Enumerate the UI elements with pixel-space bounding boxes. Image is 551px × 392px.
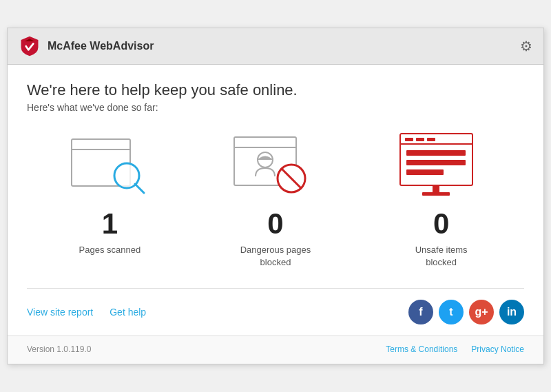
settings-gear-icon[interactable]: ⚙ [520,38,532,54]
pages-scanned-illustration [68,136,151,198]
mcafee-logo-icon [19,35,41,57]
stat-dangerous-blocked: 0 Dangerous pagesblocked [200,132,351,269]
svg-rect-15 [406,160,466,165]
unsafe-blocked-label: Unsafe itemsblocked [415,244,468,269]
pages-scanned-label: Pages scanned [79,244,141,256]
social-icons: f t g+ in [408,300,524,324]
subheadline-text: Here's what we've done so far: [27,102,524,113]
svg-rect-13 [427,138,435,141]
action-row: View site report Get help f t g+ in [27,300,524,336]
google-plus-icon[interactable]: g+ [469,300,494,324]
svg-rect-12 [416,138,424,141]
titlebar-left: McAfee WebAdvisor [19,35,154,57]
twitter-icon[interactable]: t [439,300,464,324]
svg-rect-11 [405,138,413,141]
dangerous-blocked-label: Dangerous pagesblocked [240,244,311,269]
terms-conditions-link[interactable]: Terms & Conditions [386,344,457,354]
app-title: McAfee WebAdvisor [48,40,154,52]
svg-rect-9 [400,134,472,185]
unsafe-blocked-number: 0 [433,209,449,238]
dangerous-blocked-illustration [231,134,320,199]
svg-line-3 [135,184,144,193]
footer-links: Terms & Conditions Privacy Notice [386,344,524,354]
svg-rect-18 [422,192,450,196]
main-content: We're here to help keep you safe online.… [8,65,543,336]
divider [27,288,524,289]
view-site-report-link[interactable]: View site report [27,307,93,318]
svg-rect-14 [406,150,466,156]
search-browser-icon [65,132,154,201]
version-text: Version 1.0.119.0 [27,344,91,354]
unsafe-blocked-illustration [397,132,486,201]
dangerous-blocked-number: 0 [267,209,283,238]
hacker-block-icon [231,132,320,201]
stats-row: 1 Pages scanned [27,132,524,269]
linkedin-icon[interactable]: in [499,300,524,324]
footer: Version 1.0.119.0 Terms & Conditions Pri… [8,336,543,364]
facebook-icon[interactable]: f [408,300,433,324]
headline-text: We're here to help keep you safe online. [27,81,524,99]
stat-unsafe-blocked: 0 Unsafe itemsblocked [366,132,517,269]
action-links: View site report Get help [27,307,146,318]
computer-unsafe-icon [397,132,486,201]
privacy-notice-link[interactable]: Privacy Notice [471,344,524,354]
stat-pages-scanned: 1 Pages scanned [34,132,185,256]
svg-rect-16 [406,169,444,175]
titlebar: McAfee WebAdvisor ⚙ [8,28,543,65]
svg-rect-17 [433,185,439,192]
app-window: McAfee WebAdvisor ⚙ We're here to help k… [7,28,544,364]
get-help-link[interactable]: Get help [110,307,146,318]
pages-scanned-number: 1 [102,209,118,238]
